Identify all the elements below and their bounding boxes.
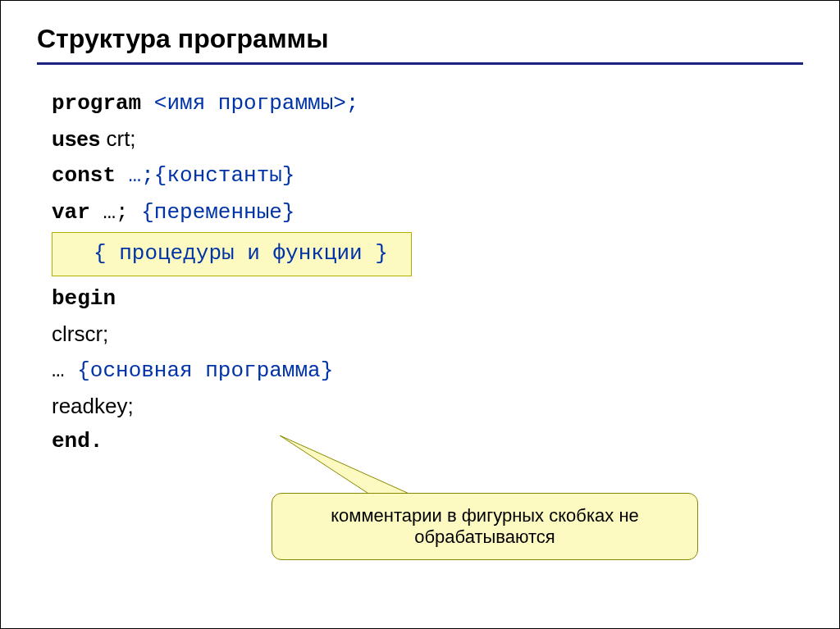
code-block: program <имя программы>; uses crt; const… <box>52 84 803 459</box>
code-text: ; <box>103 321 108 346</box>
code-comment: {основная программа} <box>77 358 333 383</box>
code-text: …;{константы} <box>116 163 294 188</box>
code-text: clrscr <box>52 321 103 346</box>
code-line-clrscr: clrscr; <box>52 317 803 352</box>
keyword-var: var <box>52 200 90 225</box>
code-text: ; <box>128 394 134 418</box>
code-text: … <box>52 358 77 383</box>
code-text: <имя программы>; <box>141 91 358 116</box>
code-line-main: … {основная программа} <box>52 352 803 389</box>
highlight-procedures: { процедуры и функции } <box>52 230 803 282</box>
keyword-program: program <box>52 91 141 116</box>
callout-text: комментарии в фигурных скобках не обраба… <box>272 493 698 560</box>
code-text: readkey <box>52 394 128 418</box>
slide: Структура программы program <имя програм… <box>0 0 840 629</box>
slide-title: Структура программы <box>37 24 803 65</box>
callout: комментарии в фигурных скобках не обраба… <box>272 460 698 560</box>
keyword-uses: uses <box>52 126 100 151</box>
code-text: crt; <box>100 126 135 151</box>
keyword-end: end. <box>52 424 803 459</box>
code-line-const: const …;{константы} <box>52 157 803 194</box>
code-line-program: program <имя программы>; <box>52 84 803 121</box>
code-line-var: var …; {переменные} <box>52 194 803 230</box>
code-text: …; <box>90 200 141 225</box>
code-line-uses: uses crt; <box>52 121 803 157</box>
highlight-text: { процедуры и функции } <box>52 232 412 277</box>
keyword-begin: begin <box>52 281 803 317</box>
code-line-readkey: readkey; <box>52 389 803 424</box>
code-comment: {переменные} <box>141 200 294 225</box>
keyword-const: const <box>52 163 116 188</box>
